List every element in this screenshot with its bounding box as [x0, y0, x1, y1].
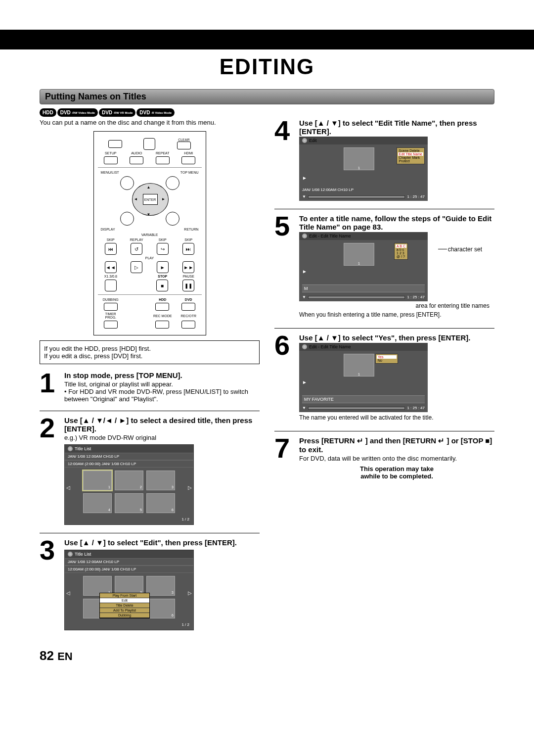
remote-ff-btn: ►►: [182, 261, 194, 273]
step-3-title: Use [▲ / ▼] to select "Edit", then press…: [64, 538, 260, 547]
section-header: Putting Names on Titles: [40, 89, 494, 104]
progress-marker-icon: [302, 406, 306, 410]
remote-recmode-label: REC MODE: [153, 314, 173, 318]
remote-x13-btn: [105, 280, 117, 291]
remote-stop-btn: ■: [156, 280, 168, 291]
remote-hdmi-label: HDMI: [178, 151, 198, 155]
step-5-number: 5: [274, 214, 294, 320]
step-5-thumb: 1: [344, 243, 374, 266]
remote-hdmi-btn: [181, 156, 195, 164]
step-2-number: 2: [40, 416, 59, 525]
step-6-thumb: 1: [344, 354, 374, 377]
remote-timer-label: TIMER PROG.: [101, 312, 121, 319]
disc-icon: [302, 234, 307, 238]
charset-symbols: @ ! ?: [396, 255, 406, 258]
charset-upper: A B C: [396, 244, 406, 248]
remote-recmode-btn: [155, 321, 169, 329]
step-1-number: 1: [40, 371, 59, 403]
remote-repeat-label: REPEAT: [153, 151, 173, 155]
remote-blank-1: [108, 140, 122, 148]
disc-icon: [302, 344, 307, 349]
remote-menulist-label: MENU/LIST: [101, 171, 119, 174]
disc-icon: [302, 138, 307, 143]
media-badges: HDD DVD -RW Video Mode DVD -RW VR Mode D…: [40, 108, 494, 117]
thumb-4: 4: [83, 493, 112, 513]
remote-variable-label: VARIABLE: [98, 233, 202, 236]
step-2-pagecount: 1 / 2: [65, 516, 193, 522]
step-7-title: Press [RETURN ↵ ] and then [RETURN ↵ ] o…: [299, 436, 494, 454]
remote-skip-label-c: SKIP: [153, 238, 173, 241]
step-4-osd: Edit 1 Scene Delete Edit Title Name Chap…: [299, 137, 428, 201]
note-line-1: If you edit the HDD, press [HDD] first.: [44, 345, 255, 352]
remote-audio-btn: [130, 156, 143, 164]
remote-slow-btn: ▷: [131, 261, 142, 273]
remote-x13-label: X1.3/0.8: [101, 275, 121, 278]
step-7: 7 Press [RETURN ↵ ] and then [RETURN ↵ ]…: [274, 436, 494, 480]
thumb-3: 3: [146, 471, 175, 490]
remote-topmenu-btn: [166, 176, 179, 190]
remote-return-label: RETURN: [184, 228, 198, 231]
charset-numbers: 1 2 3: [396, 251, 406, 255]
remote-return-btn: [166, 212, 179, 226]
step-4-thumb: 1: [344, 147, 374, 170]
step-3-pagecount: 1 / 2: [65, 621, 193, 628]
dpad-left-icon: [134, 197, 138, 201]
left-column: You can put a name on the disc and chang…: [40, 119, 260, 638]
remote-replay-btn: ↺: [131, 243, 142, 255]
step-6-after: The name you entered will be activated f…: [299, 414, 494, 421]
step-3-osd: Title List JAN/ 1/08 12:00AM CH10 LP 12:…: [64, 550, 194, 630]
remote-setup-label: SETUP: [101, 151, 121, 155]
menu-play-from-start: Play From Start: [100, 593, 149, 598]
progress-marker-icon: [302, 194, 306, 199]
thumb-6: 6: [146, 493, 175, 513]
step-5-progress: 1 : 25 : 47: [302, 295, 425, 299]
remote-hdd-btn: [155, 303, 169, 311]
step-5: 5 To enter a title name, follow the step…: [274, 214, 494, 320]
disc-icon: [68, 552, 73, 557]
play-icon: [302, 269, 307, 274]
remote-clear: CLEAR: [177, 138, 191, 150]
remote-recotr-label: REC/OTR: [178, 314, 198, 318]
step-2: 2 Use [▲ / ▼/◄ / ►] to select a desired …: [40, 416, 260, 525]
note-line-2: If you edit a disc, press [DVD] first.: [44, 352, 255, 360]
menu-chapter-mark: Chapter Mark: [398, 156, 423, 159]
remote-timer-btn: [104, 321, 118, 329]
top-black-bar: [0, 30, 534, 49]
remote-dvd-label: DVD: [178, 298, 198, 301]
menu-protect: Protect: [398, 159, 423, 163]
badge-dvd-r-video: DVD -R Video Mode: [136, 108, 175, 117]
progress-marker-icon: [302, 295, 306, 299]
confirm-no: No: [377, 359, 397, 362]
step-1: 1 In stop mode, press [TOP MENU]. Title …: [40, 371, 260, 403]
badge-hdd: HDD: [40, 108, 56, 117]
menu-add-to-playlist: Add To Playlist: [100, 608, 149, 613]
step-7-warning: This operation may take awhile to be com…: [299, 465, 494, 480]
remote-enter-btn: ENTER: [143, 194, 158, 205]
step-1-body1: Title list, original or playlist will ap…: [64, 380, 260, 388]
step-5-after: When you finish entering a title name, p…: [299, 311, 494, 318]
step-2-osd: Title List JAN/ 1/08 12:00AM CH10 LP 12:…: [64, 444, 194, 525]
remote-dpad: ENTER: [120, 176, 179, 226]
step-6-entry-area: MY FAVORITE: [302, 395, 425, 403]
step-6-title: Use [▲ / ▼] to select "Yes", then press …: [299, 333, 494, 342]
menu-edit: Edit: [100, 598, 149, 603]
remote-play-label: PLAY: [98, 256, 202, 260]
step-1-title: In stop mode, press [TOP MENU].: [64, 371, 260, 379]
step-6-confirm-menu: Yes No: [375, 354, 398, 364]
step-7-number: 7: [274, 436, 294, 480]
remote-recotr-btn: [181, 321, 195, 329]
remote-open-btn: [143, 138, 155, 150]
step-6-osd: Edit - Edit Title Name 1 Yes No MY FAVOR…: [299, 343, 428, 412]
remote-setup-btn: [104, 156, 118, 164]
thumb-6: 6: [146, 599, 175, 618]
step-4-title: Use [▲ / ▼] to select "Edit Title Name",…: [299, 119, 494, 136]
thumb-2: 2: [115, 471, 143, 490]
page-number: 82 EN: [40, 648, 494, 663]
annot-charset: character set: [448, 246, 482, 253]
remote-rew-btn: ◄◄: [105, 261, 117, 273]
step-5-osd: Edit - Edit Title Name 1 A B C a b c 1 2…: [299, 232, 428, 301]
step-3: 3 Use [▲ / ▼] to select "Edit", then pre…: [40, 538, 260, 630]
badge-dvd-rw-vr: DVD -RW VR Mode: [99, 108, 135, 117]
remote-skip-label-r: SKIP: [178, 238, 198, 241]
menu-edit-title-name: Edit Title Name: [398, 152, 423, 156]
